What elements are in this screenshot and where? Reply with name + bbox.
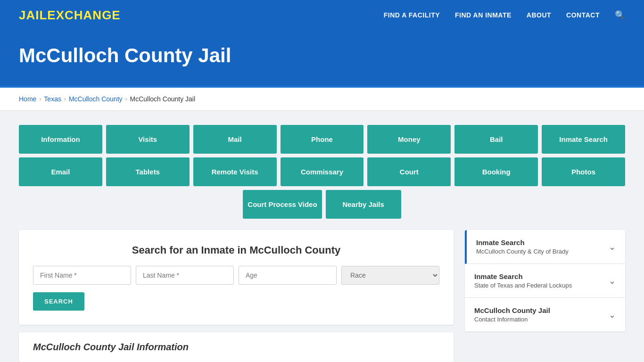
tile-visits[interactable]: Visits — [106, 125, 190, 154]
header: JAILEXCHANGE FIND A FACILITY FIND AN INM… — [0, 0, 644, 30]
breadcrumb-sep-2: › — [64, 96, 66, 102]
logo[interactable]: JAILEXCHANGE — [19, 8, 121, 23]
tile-remote-visits[interactable]: Remote Visits — [193, 157, 277, 186]
content-area: Search for an Inmate in McCulloch County… — [19, 230, 625, 362]
search-button[interactable]: SEARCH — [33, 292, 84, 311]
sidebar-item-1-subtitle: McCulloch County & City of Brady — [476, 248, 569, 255]
sidebar-item-1[interactable]: Inmate Search McCulloch County & City of… — [465, 230, 625, 264]
tile-bail[interactable]: Bail — [454, 125, 538, 154]
sidebar-item-2-subtitle: State of Texas and Federal Lockups — [474, 282, 572, 289]
nav-find-facility[interactable]: FIND A FACILITY — [384, 11, 440, 19]
info-title: McCulloch County Jail Information — [33, 342, 439, 353]
sidebar-item-1-title: Inmate Search — [476, 239, 569, 247]
breadcrumb-current: McCulloch County Jail — [130, 95, 196, 103]
race-select[interactable]: Race White Black Hispanic Asian Other — [341, 266, 439, 285]
search-icon[interactable]: 🔍 — [615, 10, 625, 20]
first-name-input[interactable] — [33, 266, 131, 285]
sidebar-card: Inmate Search McCulloch County & City of… — [465, 230, 625, 331]
tile-tablets[interactable]: Tablets — [106, 157, 190, 186]
sidebar: Inmate Search McCulloch County & City of… — [465, 230, 625, 331]
breadcrumb-texas[interactable]: Texas — [44, 95, 61, 103]
breadcrumb-home[interactable]: Home — [19, 95, 36, 103]
hero-section: McCulloch County Jail — [0, 30, 644, 88]
breadcrumb: Home › Texas › McCulloch County › McCull… — [19, 95, 625, 103]
logo-jail: JAIL — [19, 8, 47, 22]
tile-court[interactable]: Court — [367, 157, 451, 186]
tiles-row2: Email Tablets Remote Visits Commissary C… — [19, 157, 625, 186]
page-title: McCulloch County Jail — [19, 44, 625, 67]
search-title: Search for an Inmate in McCulloch County — [33, 244, 439, 256]
chevron-down-icon-2: ⌄ — [609, 276, 616, 286]
logo-exchange: EXCHANGE — [47, 8, 120, 22]
main-content: Information Visits Mail Phone Money Bail… — [0, 111, 644, 362]
tile-photos[interactable]: Photos — [542, 157, 625, 186]
tiles-row1: Information Visits Mail Phone Money Bail… — [19, 125, 625, 154]
inmate-search-box: Search for an Inmate in McCulloch County… — [19, 230, 454, 325]
breadcrumb-bar: Home › Texas › McCulloch County › McCull… — [0, 88, 644, 111]
nav-about[interactable]: ABOUT — [527, 11, 551, 19]
tile-commissary[interactable]: Commissary — [281, 157, 364, 186]
search-inputs: Race White Black Hispanic Asian Other — [33, 266, 439, 285]
tile-phone[interactable]: Phone — [281, 125, 364, 154]
nav-find-inmate[interactable]: FIND AN INMATE — [455, 11, 512, 19]
sidebar-item-3-subtitle: Contact Information — [474, 316, 550, 323]
age-input[interactable] — [239, 266, 337, 285]
main-nav: FIND A FACILITY FIND AN INMATE ABOUT CON… — [384, 10, 625, 20]
nav-contact[interactable]: CONTACT — [566, 11, 600, 19]
sidebar-item-2-title: Inmate Search — [474, 272, 572, 280]
info-section: McCulloch County Jail Information — [19, 332, 454, 362]
sidebar-item-3-title: McCulloch County Jail — [474, 306, 550, 314]
tile-mail[interactable]: Mail — [193, 125, 277, 154]
tiles-row3: Court Process Video Nearby Jails — [19, 190, 625, 219]
tile-money[interactable]: Money — [367, 125, 451, 154]
left-column: Search for an Inmate in McCulloch County… — [19, 230, 454, 362]
breadcrumb-sep-3: › — [125, 96, 127, 102]
breadcrumb-sep-1: › — [39, 96, 41, 102]
sidebar-item-3[interactable]: McCulloch County Jail Contact Informatio… — [465, 298, 625, 331]
tile-information[interactable]: Information — [19, 125, 102, 154]
last-name-input[interactable] — [136, 266, 234, 285]
tile-email[interactable]: Email — [19, 157, 102, 186]
tile-nearby-jails[interactable]: Nearby Jails — [326, 190, 401, 219]
sidebar-item-2[interactable]: Inmate Search State of Texas and Federal… — [465, 264, 625, 298]
breadcrumb-county[interactable]: McCulloch County — [69, 95, 123, 103]
tile-inmate-search[interactable]: Inmate Search — [542, 125, 625, 154]
chevron-down-icon-1: ⌄ — [609, 242, 616, 252]
tile-court-process-video[interactable]: Court Process Video — [243, 190, 322, 219]
chevron-down-icon-3: ⌄ — [609, 310, 616, 320]
tile-booking[interactable]: Booking — [454, 157, 538, 186]
